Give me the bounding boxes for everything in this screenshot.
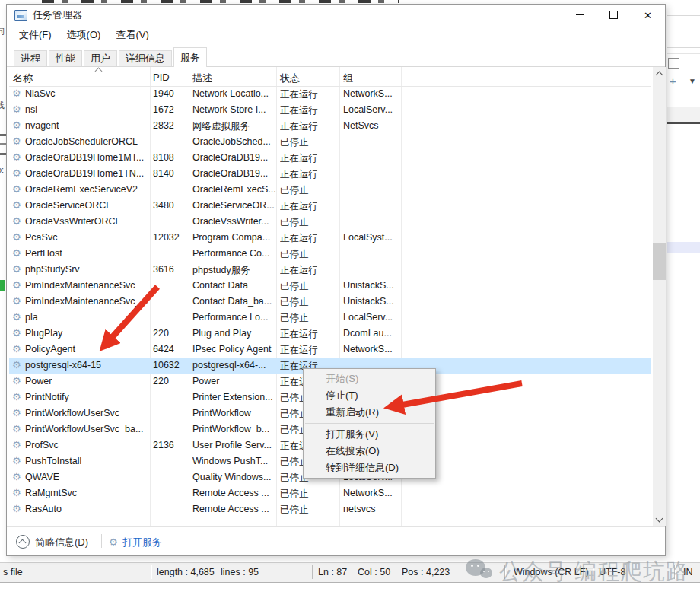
maximize-button[interactable] [597,5,631,25]
plus-icon[interactable]: + [670,75,676,87]
statusbar-divider [674,565,676,579]
table-row-pimindexmaintenancesvc-[interactable]: PimIndexMaintenanceSvc_...Contact Data_b… [9,294,651,310]
statusbar-column: Col : 50 [358,567,390,577]
context-menu-go-to-details[interactable]: 转到详细信息(D) [304,460,435,476]
tab-users[interactable]: 用户 [84,50,117,66]
scrollbar-thumb[interactable] [653,243,666,280]
service-pid: 1940 [153,88,188,99]
table-row-oracleserviceorcl[interactable]: OracleServiceORCL3480OracleServiceOR...正… [9,198,651,214]
service-status: 正在运行 [280,344,339,357]
menu-file[interactable]: 文件(F) [11,25,59,45]
service-status: 正在运行 [280,88,339,101]
caret-down-icon[interactable]: ▼ [689,77,696,85]
statusbar-eol: Windows (CR LF) [514,567,589,577]
scroll-up-button[interactable] [653,67,666,80]
table-row-oraclevsswriterorcl[interactable]: OracleVssWriterORCLOracleVssWriter...已停止 [9,214,651,230]
fewer-details-toggle[interactable]: 简略信息(D) [35,536,88,549]
col-name[interactable]: 名称 [13,72,33,85]
table-row-rasauto[interactable]: RasAutoRemote Access ...已停止netsvcs [9,501,651,517]
service-status: 正在运行 [280,328,339,341]
service-gear-icon [12,183,21,195]
col-status[interactable]: 状态 [280,72,300,85]
service-status: 正在运行 [280,152,339,165]
context-menu-search-online[interactable]: 在线搜索(O) [304,443,435,460]
service-gear-icon [12,167,21,179]
background-fragment [0,143,6,145]
statusbar-position: Pos : 4,223 [402,567,450,577]
background-fragment [667,107,700,122]
background-selection-fragment [667,242,700,253]
service-name: OracleOraDB19Home1TN... [25,168,149,179]
close-button[interactable] [631,5,665,25]
table-row-pimindexmaintenancesvc[interactable]: PimIndexMaintenanceSvcContact Data已停止Uni… [9,278,651,294]
context-menu-restart[interactable]: 重新启动(R) [304,404,435,421]
background-divider [667,47,700,48]
service-gear-icon [12,279,21,291]
table-row-oracleoradb19home1mt-[interactable]: OracleOraDB19Home1MT...8108OracleOraDB19… [9,150,651,166]
col-pid[interactable]: PID [153,72,170,83]
background-checkbox[interactable] [668,58,679,69]
service-name: RaMgmtSvc [25,488,149,498]
table-row-policyagent[interactable]: PolicyAgent6424IPsec Policy Agent正在运行Net… [9,342,651,358]
collapse-circle-icon[interactable] [16,535,30,549]
service-pid: 220 [153,376,188,386]
table-row-perfhost[interactable]: PerfHostPerformance Co...已停止 [9,246,651,262]
minimize-button[interactable] [562,5,597,25]
tab-performance[interactable]: 性能 [49,50,82,66]
service-name: OracleVssWriterORCL [25,216,149,227]
service-status: 正在运行 [280,104,339,117]
table-row-nlasvc[interactable]: NlaSvc1940Network Locatio...正在运行NetworkS… [9,86,651,102]
context-menu-open-services[interactable]: 打开服务(V) [304,426,435,443]
vertical-scrollbar[interactable] [653,67,666,526]
table-row-nvagent[interactable]: nvagent2832网络虚拟服务正在运行NetSvcs [9,118,651,134]
col-group[interactable]: 组 [343,72,353,85]
table-row-ramgmtsvc[interactable]: RaMgmtSvcRemote Access ...已停止NetworkS... [9,485,651,501]
table-row-oracleoradb19home1tn-[interactable]: OracleOraDB19Home1TN...8140OracleOraDB19… [9,166,651,182]
background-statusbar: s file length : 4,685 lines : 95 Ln : 87… [0,562,700,583]
table-row-oracleremexecservicev2[interactable]: OracleRemExecServiceV2OracleRemExecS...已… [9,182,651,198]
title-bar: 任务管理器 [7,5,665,25]
service-pid: 10632 [153,360,188,371]
service-group: NetworkS... [343,88,401,99]
service-name: phpStudySrv [25,264,149,275]
footer-divider [101,534,102,548]
service-name: PrintWorkflowUserSvc_ba... [25,424,149,434]
menu-view[interactable]: 查看(V) [108,25,156,45]
table-row-pcasvc[interactable]: PcaSvc12032Program Compa...正在运行LocalSyst… [9,230,651,246]
service-description: Remote Access ... [192,488,276,498]
context-menu: 开始(S)停止(T)重新启动(R)打开服务(V)在线搜索(O)转到详细信息(D) [303,368,436,479]
tab-details[interactable]: 详细信息 [119,50,172,66]
background-text-fragment: o: [0,166,4,174]
service-group: UnistackS... [343,296,401,307]
service-gear-icon [12,295,21,307]
open-services-link[interactable]: 打开服务 [123,536,162,549]
table-row-phpstudysrv[interactable]: phpStudySrv3616phpstudy服务正在运行 [9,262,651,278]
col-description[interactable]: 描述 [192,72,212,85]
table-row-plugplay[interactable]: PlugPlay220Plug and Play正在运行DcomLau... [9,326,651,342]
service-name: pla [25,312,149,323]
service-description: Performance Co... [192,248,276,259]
service-status: 正在运行 [280,168,339,181]
service-gear-icon [12,391,21,402]
menu-options[interactable]: 选项(O) [59,25,109,45]
table-row-oraclejobschedulerorcl[interactable]: OracleJobSchedulerORCLOracleJobSched...已… [9,134,651,150]
service-status: 已停止 [280,488,339,501]
tab-processes[interactable]: 进程 [14,50,47,66]
service-description: Contact Data [192,280,276,291]
menu-bar: 文件(F)选项(O)查看(V) [7,25,665,45]
statusbar-divider [151,565,152,579]
service-status: 已停止 [280,216,339,229]
service-name: PerfHost [25,248,149,259]
table-row-nsi[interactable]: nsi1672Network Store I...正在运行LocalServ..… [9,102,651,118]
service-description: OracleJobSched... [192,136,276,147]
service-name: nvagent [25,120,149,131]
background-window-fragment [42,0,399,3]
table-row-pla[interactable]: plaPerformance Lo...已停止LocalServ... [9,310,651,326]
scroll-down-button[interactable] [653,514,666,526]
statusbar-encoding: UTF-8 [599,567,625,577]
service-status: 正在运行 [280,264,339,277]
service-pid: 2832 [153,120,188,131]
service-status: 正在运行 [280,200,339,213]
tab-services[interactable]: 服务 [173,47,207,67]
context-menu-stop[interactable]: 停止(T) [304,387,435,404]
